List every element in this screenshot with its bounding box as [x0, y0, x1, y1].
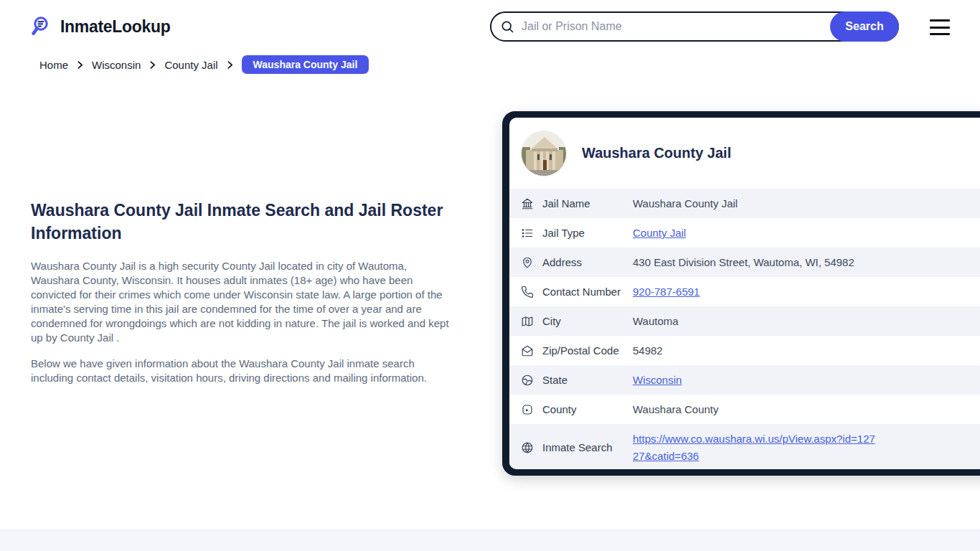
contact-number-link[interactable]: 920-787-6591	[633, 286, 699, 298]
row-label: State	[542, 374, 633, 386]
map-icon	[521, 315, 534, 328]
table-row-city: City Wautoma	[509, 306, 980, 336]
inmate-search-link[interactable]: https://www.co.waushara.wi.us/pView.aspx…	[633, 430, 880, 465]
card-header: Waushara County Jail	[509, 118, 980, 189]
hamburger-menu-button[interactable]	[930, 18, 951, 37]
table-row-state: State Wisconsin	[509, 365, 980, 395]
map-pin-icon	[521, 256, 534, 269]
list-icon	[521, 227, 534, 240]
row-label: Jail Type	[542, 227, 633, 239]
chevron-right-icon	[75, 60, 85, 70]
row-value: 54982	[633, 344, 663, 357]
globe-icon	[521, 374, 534, 387]
search-button[interactable]: Search	[830, 11, 899, 42]
row-label: Zip/Postal Code	[542, 344, 633, 357]
brand-logo[interactable]: InmateLookup	[31, 15, 171, 38]
bank-icon	[521, 197, 534, 210]
jail-photo	[521, 131, 567, 176]
globe-wire-icon	[521, 441, 534, 454]
breadcrumb-home[interactable]: Home	[39, 59, 68, 71]
row-value: Waushara County Jail	[633, 197, 738, 209]
chevron-right-icon	[225, 60, 235, 70]
row-label: County	[542, 403, 633, 415]
table-row-address: Address 430 East Division Street, Wautom…	[509, 248, 980, 277]
article-paragraph-1: Waushara County Jail is a high security …	[31, 259, 458, 345]
row-value: 430 East Division Street, Wautoma, WI, 5…	[633, 256, 854, 268]
jail-info-card: Waushara County Jail Jail Name Waushara …	[502, 111, 980, 476]
brand-name: InmateLookup	[60, 17, 171, 37]
article-paragraph-2: Below we have given information about th…	[31, 357, 458, 385]
row-label: City	[542, 315, 633, 327]
map-marker-square-icon	[521, 403, 534, 416]
jail-details-table: Jail Name Waushara County Jail Jail Type…	[509, 189, 980, 469]
breadcrumb: Home Wisconsin County Jail Waushara Coun…	[39, 55, 369, 74]
table-row-jail-name: Jail Name Waushara County Jail	[509, 189, 980, 218]
article: Waushara County Jail Inmate Search and J…	[31, 199, 461, 385]
row-value: Wautoma	[633, 315, 679, 327]
hamburger-icon	[930, 19, 950, 22]
page: InmateLookup Search Home Wisconsin	[0, 0, 980, 551]
search-bar: Search	[490, 11, 899, 42]
table-row-zip-code: Zip/Postal Code 54982	[509, 336, 980, 365]
table-row-contact-number: Contact Number 920-787-6591	[509, 277, 980, 306]
jail-type-link[interactable]: County Jail	[633, 227, 686, 239]
row-label: Contact Number	[542, 286, 633, 298]
table-row-inmate-search: Inmate Search https://www.co.waushara.wi…	[509, 424, 980, 469]
footer-band	[0, 529, 980, 551]
table-row-county: County Waushara County	[509, 395, 980, 424]
mail-open-icon	[521, 344, 534, 357]
row-value: Waushara County	[633, 403, 719, 415]
row-label: Jail Name	[542, 197, 633, 209]
row-label: Inmate Search	[542, 441, 633, 453]
magnifier-logo-icon	[31, 15, 54, 38]
page-title: Waushara County Jail Inmate Search and J…	[31, 199, 461, 245]
breadcrumb-county-jail[interactable]: County Jail	[164, 59, 217, 71]
card-title: Waushara County Jail	[582, 145, 731, 161]
state-link[interactable]: Wisconsin	[633, 374, 682, 386]
search-icon	[500, 19, 514, 34]
breadcrumb-current-badge: Waushara County Jail	[242, 55, 369, 74]
row-label: Address	[542, 256, 633, 268]
breadcrumb-wisconsin[interactable]: Wisconsin	[92, 59, 141, 71]
chevron-right-icon	[148, 60, 157, 70]
phone-icon	[521, 286, 534, 298]
table-row-jail-type: Jail Type County Jail	[509, 218, 980, 248]
